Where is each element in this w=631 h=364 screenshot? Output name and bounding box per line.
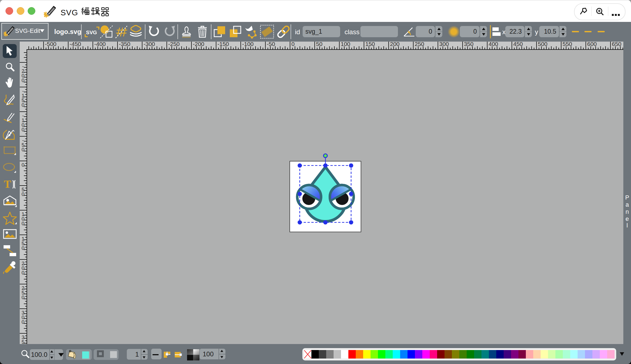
svg-text:-500: -500 bbox=[45, 42, 56, 47]
svg-text:0: 0 bbox=[22, 319, 25, 325]
svg-text:100: 100 bbox=[341, 42, 350, 47]
svg-text:0: 0 bbox=[22, 245, 25, 251]
svg-text:650: 650 bbox=[612, 42, 621, 47]
svg-text:550: 550 bbox=[563, 42, 572, 47]
svg-text:-400: -400 bbox=[94, 42, 106, 47]
svg-text:0: 0 bbox=[22, 147, 25, 152]
svg-text:T: T bbox=[4, 178, 11, 190]
svg-text:-50: -50 bbox=[267, 42, 275, 47]
svg-text:-300: -300 bbox=[144, 42, 155, 47]
svg-text:300: 300 bbox=[439, 42, 449, 47]
svg-text:200: 200 bbox=[390, 42, 400, 47]
svg-text:150: 150 bbox=[365, 42, 375, 47]
svg-text:-100: -100 bbox=[242, 42, 254, 47]
svg-text:0: 0 bbox=[291, 42, 295, 47]
svg-text:0: 0 bbox=[22, 191, 25, 197]
svg-text:50: 50 bbox=[316, 42, 322, 47]
svg-text:-200: -200 bbox=[193, 42, 204, 47]
svg-text:0: 0 bbox=[22, 270, 25, 276]
svg-text:SVG: SVG bbox=[86, 30, 97, 35]
svg-text:600: 600 bbox=[587, 42, 597, 47]
svg-text:450: 450 bbox=[513, 42, 523, 47]
svg-text:0: 0 bbox=[22, 162, 25, 168]
svg-text:250: 250 bbox=[415, 42, 424, 47]
svg-text:350: 350 bbox=[464, 42, 474, 47]
svg-text:-150: -150 bbox=[217, 42, 229, 47]
svg-text:500: 500 bbox=[538, 42, 547, 47]
svg-text:-450: -450 bbox=[70, 42, 81, 47]
svg-text:-250: -250 bbox=[168, 42, 180, 47]
svg-text:400: 400 bbox=[489, 42, 498, 47]
svg-text:-350: -350 bbox=[119, 42, 130, 47]
svg-text:0: 0 bbox=[22, 221, 25, 226]
svg-text:0: 0 bbox=[22, 294, 25, 300]
